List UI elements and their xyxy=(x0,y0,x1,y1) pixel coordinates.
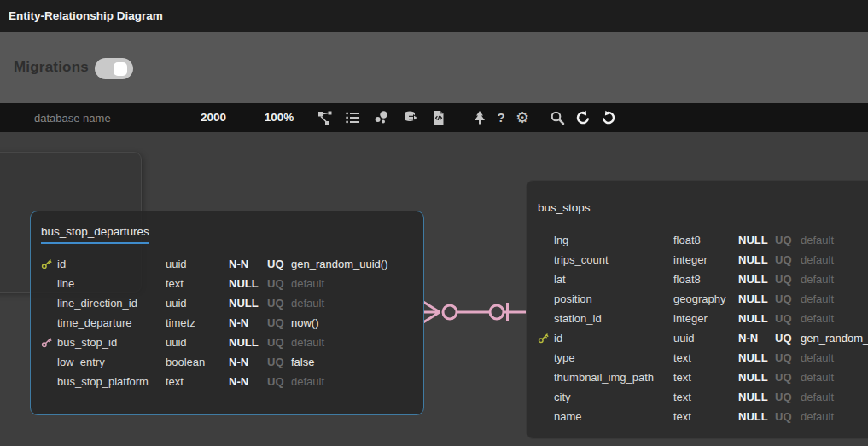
title-bar: Entity-Relationship Diagram xyxy=(0,0,868,32)
field-unique-flag: UQ xyxy=(775,293,801,305)
field-type: float8 xyxy=(673,273,738,286)
primary-key-icon xyxy=(41,258,57,269)
field-default: default xyxy=(801,391,868,403)
field-unique-flag: UQ xyxy=(267,356,291,368)
field-nullability: N-N xyxy=(229,375,267,388)
toggle-knob-icon xyxy=(114,62,127,76)
settings-icon[interactable]: ⚙ xyxy=(515,110,530,125)
field-type: text xyxy=(166,277,229,290)
field-name: id xyxy=(57,258,166,270)
field-type: boolean xyxy=(166,356,229,368)
field-row[interactable]: nametextNULLUQdefault xyxy=(527,407,868,426)
field-name: type xyxy=(554,351,673,364)
relations-icon[interactable] xyxy=(317,110,333,125)
field-type: text xyxy=(673,391,738,403)
migrations-bar: Migrations xyxy=(0,32,868,103)
field-name: time_departure xyxy=(57,316,166,329)
field-nullability: N-N xyxy=(229,258,267,270)
clusters-icon[interactable] xyxy=(374,110,389,125)
field-name: lng xyxy=(554,234,673,246)
field-name: bus_stop_id xyxy=(57,336,166,349)
field-row[interactable]: iduuidN-NUQgen_random_uuid() xyxy=(527,328,868,348)
field-name: trips_count xyxy=(554,253,673,266)
table-card-bus-stops[interactable]: bus_stops lngfloat8NULLUQdefaulttrips_co… xyxy=(526,180,868,439)
field-row[interactable]: lngfloat8NULLUQdefault xyxy=(527,230,868,250)
key-glyph xyxy=(538,333,549,344)
field-default: default xyxy=(291,297,423,310)
field-row[interactable]: station_idintegerNULLUQdefault xyxy=(527,309,868,328)
list-icon[interactable] xyxy=(345,110,360,125)
field-nullability: NULL xyxy=(229,277,267,290)
field-unique-flag: UQ xyxy=(775,410,801,423)
field-unique-flag: UQ xyxy=(775,371,801,384)
field-type: timetz xyxy=(166,316,229,329)
field-row[interactable]: bus_stop_iduuidNULLUQdefault xyxy=(31,333,423,352)
field-row[interactable]: latfloat8NULLUQdefault xyxy=(527,269,868,289)
field-default: default xyxy=(801,273,868,286)
field-name: id xyxy=(554,332,673,345)
field-row[interactable]: thumbnail_img_pathtextNULLUQdefault xyxy=(527,368,868,387)
field-row[interactable]: low_entrybooleanN-NUQfalse xyxy=(31,352,423,372)
field-row[interactable]: citytextNULLUQdefault xyxy=(527,387,868,407)
field-row[interactable]: line_direction_iduuidNULLUQdefault xyxy=(31,293,423,313)
migrations-label: Migrations xyxy=(14,59,89,76)
field-type: integer xyxy=(673,253,738,266)
field-type: text xyxy=(166,375,229,388)
field-nullability: NULL xyxy=(738,351,775,364)
tree-icon[interactable] xyxy=(472,110,487,125)
field-row[interactable]: time_departuretimetzN-NUQnow() xyxy=(31,313,423,333)
relationship-connector[interactable] xyxy=(418,298,529,327)
help-icon[interactable]: ? xyxy=(493,110,509,125)
canvas-size-input[interactable]: 2000 xyxy=(190,103,236,132)
field-nullability: NULL xyxy=(738,253,775,266)
database-name-input[interactable] xyxy=(34,108,171,127)
search-icon[interactable] xyxy=(550,110,565,125)
field-default: default xyxy=(801,410,868,423)
database-export-icon[interactable] xyxy=(403,110,418,125)
field-unique-flag: UQ xyxy=(267,297,291,310)
field-type: text xyxy=(673,351,738,364)
app-window: Entity-Relationship Diagram Migrations 2… xyxy=(0,0,868,446)
field-row[interactable]: positiongeographyNULLUQdefault xyxy=(527,289,868,309)
undo-icon[interactable] xyxy=(575,110,591,125)
field-default: default xyxy=(291,375,423,388)
key-glyph xyxy=(41,258,52,269)
field-nullability: NULL xyxy=(738,273,775,286)
field-unique-flag: UQ xyxy=(775,312,801,325)
field-default: default xyxy=(801,371,868,384)
field-unique-flag: UQ xyxy=(775,391,801,403)
field-name: name xyxy=(554,410,673,423)
field-unique-flag: UQ xyxy=(775,332,801,345)
field-unique-flag: UQ xyxy=(267,258,291,270)
diagram-canvas[interactable]: bus_stop_departures iduuidN-NUQgen_rando… xyxy=(0,132,868,446)
field-unique-flag: UQ xyxy=(775,351,801,364)
field-row[interactable]: linetextNULLUQdefault xyxy=(31,274,423,293)
sql-file-icon[interactable] xyxy=(431,110,446,125)
field-nullability: NULL xyxy=(738,410,775,423)
field-nullability: NULL xyxy=(738,312,775,325)
field-row[interactable]: iduuidN-NUQgen_random_uuid() xyxy=(31,254,423,274)
redo-icon[interactable] xyxy=(601,110,616,125)
zoom-level-input[interactable]: 100% xyxy=(256,103,302,132)
field-row[interactable]: typetextNULLUQdefault xyxy=(527,348,868,368)
table-title: bus_stop_departures xyxy=(41,225,423,244)
field-name: position xyxy=(554,293,673,305)
field-nullability: N-N xyxy=(229,356,267,368)
field-row[interactable]: bus_stop_platformtextN-NUQdefault xyxy=(31,372,423,391)
field-name: station_id xyxy=(554,312,673,325)
field-default: default xyxy=(291,336,423,349)
field-type: text xyxy=(673,371,738,384)
toolbar: 2000 100% ? ⚙ xyxy=(0,103,868,132)
zero-circle-right xyxy=(490,305,504,319)
table-card-bus-stop-departures[interactable]: bus_stop_departures iduuidN-NUQgen_rando… xyxy=(30,211,424,415)
field-unique-flag: UQ xyxy=(775,234,801,246)
field-unique-flag: UQ xyxy=(267,277,291,290)
field-nullability: NULL xyxy=(738,371,775,384)
field-name: line xyxy=(57,277,166,290)
field-type: integer xyxy=(673,312,738,325)
field-row[interactable]: trips_countintegerNULLUQdefault xyxy=(527,250,868,269)
field-nullability: NULL xyxy=(738,293,775,305)
field-default: default xyxy=(801,234,868,246)
field-default: default xyxy=(291,277,423,290)
migrations-toggle[interactable] xyxy=(95,58,133,79)
